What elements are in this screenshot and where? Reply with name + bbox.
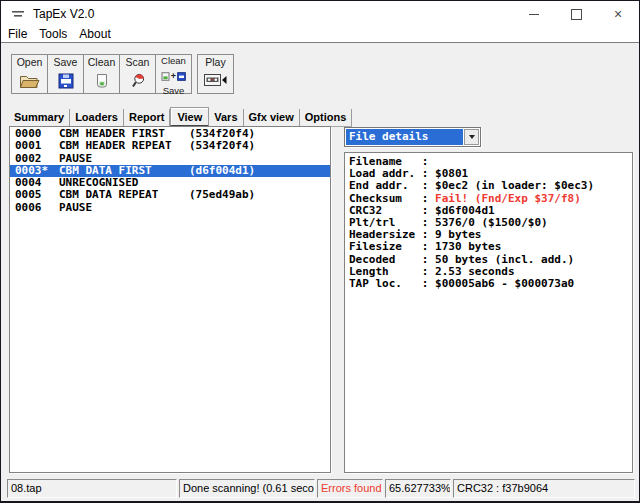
detail-label: CRC32 : (349, 204, 435, 217)
menu-bar: File Tools About (1, 27, 639, 43)
floppy-disk-icon (58, 68, 74, 93)
file-list-row[interactable]: 0003*CBM DATA FIRST(d6f004d1) (10, 165, 330, 177)
maximize-icon (571, 9, 582, 20)
file-details-panel: Filename : Load addr. : $0801 End addr. … (344, 152, 633, 473)
app-cassette-icon (10, 8, 26, 20)
title-bar: TapEx V2.0 × (1, 1, 639, 27)
clean-button[interactable]: Clean (83, 54, 120, 94)
window-title: TapEx V2.0 (33, 7, 94, 21)
row-crc: (534f20f4) (189, 139, 255, 152)
detail-label: Checksum : (349, 192, 435, 205)
clean-save-button[interactable]: Clean + Save (155, 54, 192, 94)
file-list-row[interactable]: 0001CBM HEADER REPEAT(534f20f4) (10, 140, 330, 152)
detail-label: Decoded : (349, 253, 435, 266)
tab[interactable]: Vars (209, 109, 243, 126)
row-index: 0001 (15, 140, 59, 152)
app-window: TapEx V2.0 × File Tools About Open Save (0, 0, 640, 503)
details-view-select[interactable]: File details (344, 127, 481, 147)
file-list-row[interactable]: 0005CBM DATA REPEAT(75ed49ab) (10, 189, 330, 201)
tab[interactable]: Report (124, 109, 170, 126)
detail-value: $00005ab6 - $000073a0 (435, 277, 574, 290)
tab[interactable]: Gfx view (244, 109, 300, 126)
plus-icon: + (171, 72, 176, 80)
save-button[interactable]: Save (47, 54, 84, 94)
detail-label: End addr. : (349, 179, 435, 192)
play-button[interactable]: Play (197, 54, 234, 94)
status-crc32: CRC32 : f37b9064 (453, 479, 635, 498)
maximize-button[interactable] (555, 1, 597, 27)
detail-value: 1730 bytes (435, 240, 501, 253)
file-list-row[interactable]: 0004UNRECOGNISED (10, 177, 330, 189)
file-list[interactable]: 0000CBM HEADER FIRST(534f20f4) 0001CBM H… (9, 126, 331, 473)
beaker-icon (94, 68, 110, 93)
tab[interactable]: Loaders (70, 109, 124, 126)
toolbar: Open Save Clean (11, 54, 233, 94)
row-index: 0006 (15, 202, 59, 214)
file-list-row[interactable]: 0002PAUSE (10, 153, 330, 165)
row-crc: (534f20f4) (189, 127, 255, 140)
row-crc: (75ed49ab) (189, 188, 255, 201)
magnifier-icon (130, 68, 146, 93)
menu-about[interactable]: About (73, 27, 116, 42)
close-button[interactable]: × (597, 1, 639, 27)
scan-button[interactable]: Scan (119, 54, 156, 94)
status-scan-result: Done scanning! (0.61 seconds) (179, 479, 315, 498)
detail-label: Plt/trl : (349, 216, 435, 229)
tab[interactable]: View (170, 107, 209, 127)
detail-value: Fail! (Fnd/Exp $37/f8) (435, 192, 581, 205)
tab[interactable]: Options (300, 109, 353, 126)
detail-value: 2.53 seconds (435, 265, 514, 278)
status-filename: 08.tap (7, 479, 177, 498)
status-errors: Errors found! (317, 479, 383, 498)
mini-beaker-icon (161, 67, 170, 85)
detail-value: 5376/0 ($1500/$0) (435, 216, 548, 229)
details-view-selected-value: File details (346, 129, 463, 145)
detail-label: Filesize : (349, 240, 435, 253)
tab-strip: Summary Loaders Report View Vars Gfx vie… (9, 107, 352, 127)
detail-line: TAP loc. : $00005ab6 - $000073a0 (349, 278, 628, 290)
detail-label: Length : (349, 265, 435, 278)
minimize-button[interactable] (513, 1, 555, 27)
cassette-play-icon (204, 68, 227, 93)
minimize-icon (529, 14, 539, 15)
mini-floppy-icon (177, 67, 186, 85)
open-folder-icon (19, 68, 40, 93)
row-name: CBM HEADER REPEAT (59, 140, 189, 152)
open-button[interactable]: Open (11, 54, 48, 94)
tab[interactable]: Summary (9, 109, 70, 126)
status-progress: 65.627733% (385, 479, 451, 498)
detail-label: TAP loc. : (349, 277, 435, 290)
menu-tools[interactable]: Tools (33, 27, 73, 42)
detail-label: Headersize : (349, 228, 435, 241)
detail-value: 50 bytes (incl. add.) (435, 253, 574, 266)
row-crc: (d6f004d1) (189, 164, 255, 177)
close-icon: × (614, 7, 622, 21)
file-list-row[interactable]: 0006PAUSE (10, 202, 330, 214)
detail-value: $0ec2 (in loader: $0ec3) (435, 179, 594, 192)
menu-file[interactable]: File (2, 27, 33, 42)
detail-value: $d6f004d1 (435, 204, 495, 217)
detail-label: Filename : (349, 155, 435, 168)
status-bar: 08.tap Done scanning! (0.61 seconds) Err… (7, 479, 635, 498)
detail-value: 9 bytes (435, 228, 481, 241)
chevron-down-icon (469, 135, 475, 139)
detail-value: $0801 (435, 167, 468, 180)
row-name: PAUSE (59, 202, 189, 214)
dropdown-arrow-button[interactable] (464, 129, 479, 145)
detail-label: Load addr. : (349, 167, 435, 180)
